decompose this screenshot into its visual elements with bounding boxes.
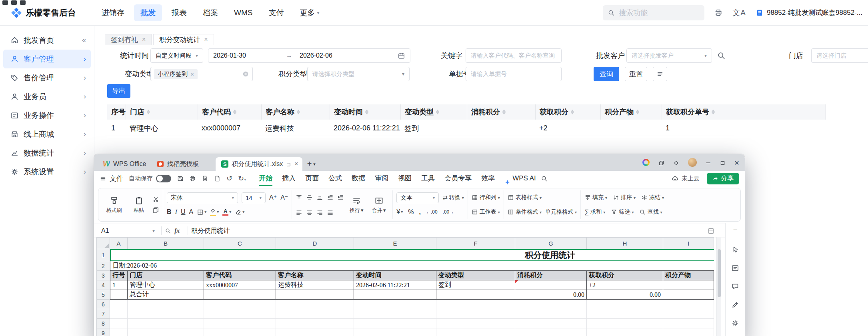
expand-formula-icon[interactable] [708, 228, 714, 234]
column-header-D[interactable]: D [276, 237, 354, 249]
change-type-multiselect[interactable]: 小程序签到× [150, 67, 253, 81]
wps-tab-积分使用统计.xlsx[interactable]: S积分使用统计.xlsx× [216, 157, 302, 171]
column-header-B[interactable]: B [128, 237, 204, 249]
cell-name-box[interactable]: A1▾ [98, 227, 158, 234]
sheet-cell[interactable]: 获取积分 [587, 271, 663, 280]
sheet-cell[interactable] [354, 328, 436, 336]
undo-icon[interactable]: ↺ [226, 174, 232, 183]
wps-menu-tab-WPS AI[interactable]: WPS AI [500, 171, 541, 186]
wps-titlebar[interactable]: WWPS Office找稻壳模板S积分使用统计.xlsx× + ▾ − × [94, 154, 745, 171]
new-tab-button[interactable]: + [307, 159, 312, 168]
date-range-picker[interactable]: 2026-01-30 → 2026-02-06 [208, 48, 410, 63]
sort-icon[interactable] [636, 110, 639, 114]
date-start-value[interactable]: 2026-01-30 [213, 52, 279, 59]
sheet-cell[interactable] [110, 309, 128, 319]
wps-tab-找稻壳模板[interactable]: 找稻壳模板 [152, 157, 204, 171]
column-header-H[interactable]: H [587, 237, 663, 249]
sheet-cell[interactable] [354, 300, 436, 309]
sidebar-item-业务操作[interactable]: 业务操作› [3, 106, 91, 125]
italic-button[interactable]: I [175, 209, 177, 215]
sheet-cell[interactable]: 运费科技 [276, 280, 354, 290]
sheet-cell[interactable]: 2026-02-06 11:22:21 [354, 280, 436, 290]
format-painter-button[interactable]: 格式刷 [103, 192, 125, 218]
sidebar-item-数据统计[interactable]: 数据统计› [3, 144, 91, 162]
sheet-cell[interactable] [276, 328, 354, 336]
function-search-input[interactable]: 搜索功能 [603, 5, 704, 20]
table-header-积分产物[interactable]: 积分产物 [600, 104, 662, 120]
table-header-变动类型[interactable]: 变动类型 [400, 104, 467, 120]
convert-button[interactable]: ⇄转换▾ [442, 194, 464, 201]
print-preview-icon[interactable] [202, 175, 208, 182]
sidebar-item-线上商城[interactable]: 线上商城› [3, 125, 91, 144]
wps-menu-tab-视图[interactable]: 视图 [393, 171, 416, 186]
sheet-cell[interactable] [663, 290, 714, 300]
sheet-cell[interactable]: 日期:2026-02-06 [110, 261, 714, 271]
nav-item-进销存[interactable]: 进销存 [95, 4, 131, 21]
table-header-客户名称[interactable]: 客户名称 [261, 104, 330, 120]
sheet-cell[interactable]: 门店 [128, 271, 204, 280]
calendar-icon[interactable] [398, 52, 405, 60]
sort-icon[interactable] [436, 110, 439, 114]
sheet-cell[interactable]: 管理中心 [128, 280, 204, 290]
close-doc-icon[interactable]: × [294, 160, 298, 168]
sheet-cell[interactable]: 客户代码 [204, 271, 276, 280]
sheet-cell[interactable]: 积分产物 [663, 271, 714, 280]
sheet-cell[interactable] [587, 309, 663, 319]
sheet-cell[interactable]: 总合计 [128, 290, 204, 300]
close-tab-icon[interactable]: × [204, 36, 208, 43]
sheet-cell[interactable] [515, 328, 587, 336]
row-header-9[interactable]: 9 [96, 328, 110, 336]
comment-tool-icon[interactable] [731, 282, 739, 290]
sheet-cell[interactable] [587, 319, 663, 328]
decrease-indent-button[interactable] [327, 194, 334, 201]
doc-no-input[interactable]: 请输入单据号 [466, 67, 562, 81]
sheet-cell[interactable] [110, 319, 128, 328]
collapse-sidebar-icon[interactable]: « [82, 36, 86, 44]
cell-format-button[interactable]: 单元格格式▾ [545, 208, 577, 216]
align-right-button[interactable] [316, 209, 323, 216]
sheet-cell[interactable]: 1 [110, 280, 128, 290]
clear-format-button[interactable]: ▾ [235, 209, 244, 216]
wps-menu-tab-页面[interactable]: 页面 [300, 171, 324, 186]
wps-menu-tab-数据[interactable]: 数据 [347, 171, 370, 186]
filter-button[interactable]: 筛选▾ [611, 208, 634, 216]
sheet-cell[interactable] [204, 328, 276, 336]
sheet-cell[interactable] [128, 319, 204, 328]
row-header-2[interactable]: 2 [96, 261, 110, 271]
sheet-cell[interactable] [354, 319, 436, 328]
sheet-cell[interactable] [587, 300, 663, 309]
sheet-cell[interactable] [276, 290, 354, 300]
paste-button[interactable]: 粘贴 [128, 192, 150, 218]
row-header-3[interactable]: 3 [96, 271, 110, 280]
column-header-F[interactable]: F [436, 237, 515, 249]
column-header-C[interactable]: C [204, 237, 276, 249]
sheet-cell[interactable] [436, 328, 515, 336]
insert-function-icon[interactable]: fx [174, 227, 180, 234]
keyword-input[interactable]: 请输入客户代码、客户名称查询 [466, 48, 562, 63]
vertical-scrollbar[interactable] [716, 237, 721, 336]
rows-cols-button[interactable]: 行和列▾ [472, 194, 500, 201]
tab-list-icon[interactable]: ▾ [313, 162, 316, 167]
sheet-cell[interactable] [276, 300, 354, 309]
sheet-cell[interactable] [204, 309, 276, 319]
align-top-button[interactable] [296, 194, 302, 201]
find-button[interactable]: 查找▾ [639, 208, 662, 216]
wps-menu-tab-效率[interactable]: 效率 [476, 171, 500, 186]
table-style-button[interactable]: 表格样式▾ [508, 194, 542, 201]
comma-format-button[interactable]: , [419, 209, 420, 215]
redo-icon[interactable]: ↻▾ [238, 174, 246, 183]
sidebar-item-系统设置[interactable]: 系统设置› [3, 162, 91, 181]
hamburger-icon[interactable] [100, 175, 106, 182]
conditional-format-button[interactable]: 条件格式▾ [508, 208, 542, 216]
sheet-cell[interactable] [354, 290, 436, 300]
points-type-select[interactable]: 请选择积分类型 ▾ [307, 67, 410, 81]
row-header-7[interactable]: 7 [96, 309, 110, 319]
wps-menu-tab-公式[interactable]: 公式 [324, 171, 347, 186]
formula-content[interactable]: 积分使用统计 [191, 227, 230, 235]
sheet-cell[interactable] [110, 328, 128, 336]
align-left-button[interactable] [296, 209, 302, 216]
table-header-消耗积分[interactable]: 消耗积分 [467, 104, 535, 120]
sheet-cell[interactable] [276, 309, 354, 319]
sheet-cell[interactable] [663, 300, 714, 309]
close-tab-icon[interactable]: × [142, 36, 146, 43]
